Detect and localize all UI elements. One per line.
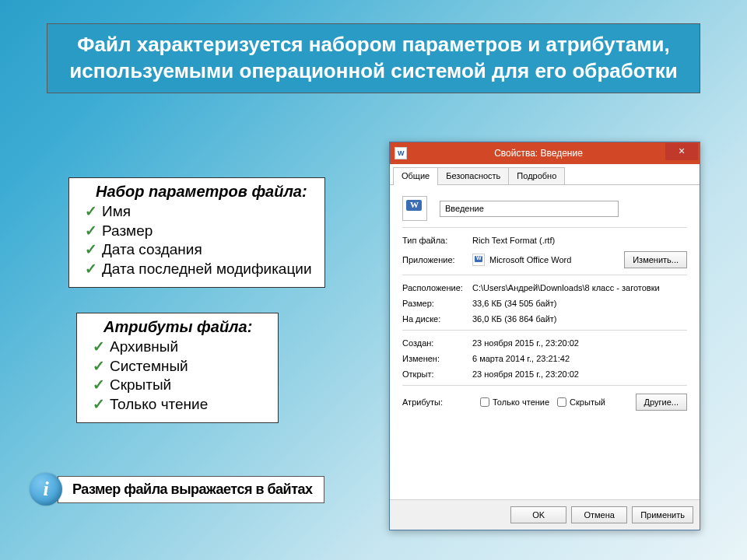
created-label: Создан: xyxy=(402,338,472,348)
app-label: Приложение: xyxy=(402,255,472,264)
slide-title: Файл характеризуется набором параметров … xyxy=(47,23,700,93)
info-note: i Размер файла выражается в байтах xyxy=(30,473,324,506)
location-value: C:\Users\Андрей\Downloads\8 класс - заго… xyxy=(472,283,660,292)
location-label: Расположение: xyxy=(402,283,472,292)
close-button[interactable]: × xyxy=(665,143,698,160)
file-parameters-box: Набор параметров файла: Имя Размер Дата … xyxy=(68,177,325,288)
note-text: Размер файла выражается в байтах xyxy=(58,476,324,503)
readonly-label: Только чтение xyxy=(493,397,549,407)
properties-dialog: Свойства: Введение × Общие Безопасность … xyxy=(389,142,700,530)
hidden-checkbox[interactable]: Скрытый xyxy=(557,397,605,407)
disk-label: На диске: xyxy=(402,314,472,324)
file-attributes-box: Атрибуты файла: Архивный Системный Скрыт… xyxy=(76,313,279,423)
modified-label: Изменен: xyxy=(402,354,472,363)
separator xyxy=(402,227,687,228)
doc-icon xyxy=(395,147,407,159)
apply-button[interactable]: Применить xyxy=(632,506,693,523)
list-item: Дата последней модификации xyxy=(85,260,314,279)
modified-value: 6 марта 2014 г., 23:21:42 xyxy=(472,354,570,363)
file-type-icon xyxy=(402,196,427,221)
tab-details[interactable]: Подробно xyxy=(508,167,565,184)
list-item: Дата создания xyxy=(85,240,314,260)
ok-button[interactable]: OK xyxy=(510,506,566,523)
separator xyxy=(402,330,687,331)
list-item: Имя xyxy=(85,202,314,222)
created-value: 23 ноября 2015 г., 23:20:02 xyxy=(472,338,579,348)
size-value: 33,6 КБ (34 505 байт) xyxy=(472,299,557,308)
attributes-label: Атрибуты: xyxy=(402,397,472,407)
type-value: Rich Text Format (.rtf) xyxy=(472,236,555,245)
dialog-footer: OK Отмена Применить xyxy=(390,499,700,530)
list-item: Архивный xyxy=(93,338,267,357)
other-attrs-button[interactable]: Другие... xyxy=(636,394,687,411)
list-item: Скрытый xyxy=(93,376,267,395)
dialog-body: Тип файла: Rich Text Format (.rtf) Прило… xyxy=(390,185,700,425)
list-item: Только чтение xyxy=(93,395,267,415)
opened-label: Открыт: xyxy=(402,369,472,379)
separator xyxy=(402,385,687,386)
change-app-button[interactable]: Изменить... xyxy=(624,251,687,268)
dialog-titlebar[interactable]: Свойства: Введение × xyxy=(390,142,700,164)
info-icon: i xyxy=(30,473,62,506)
list-item: Системный xyxy=(93,357,267,376)
app-value: Microsoft Office Word xyxy=(489,255,571,264)
hidden-check-input[interactable] xyxy=(557,397,566,407)
disk-value: 36,0 КБ (36 864 байт) xyxy=(472,314,557,324)
opened-value: 23 ноября 2015 г., 23:20:02 xyxy=(472,369,579,379)
attrs-heading: Атрибуты файла: xyxy=(103,318,267,336)
dialog-tabs: Общие Безопасность Подробно xyxy=(390,164,700,185)
size-label: Размер: xyxy=(402,299,472,308)
tab-security[interactable]: Безопасность xyxy=(437,167,509,184)
readonly-checkbox[interactable]: Только чтение xyxy=(480,397,549,407)
readonly-check-input[interactable] xyxy=(480,397,489,407)
word-icon xyxy=(472,254,485,266)
filename-input[interactable] xyxy=(440,201,619,217)
dialog-title: Свойства: Введение xyxy=(412,148,665,159)
tab-general[interactable]: Общие xyxy=(393,167,438,185)
params-heading: Набор параметров файла: xyxy=(96,183,314,201)
cancel-button[interactable]: Отмена xyxy=(571,506,627,523)
type-label: Тип файла: xyxy=(402,236,472,245)
separator xyxy=(402,275,687,275)
list-item: Размер xyxy=(85,222,314,241)
hidden-label: Скрытый xyxy=(570,397,605,407)
